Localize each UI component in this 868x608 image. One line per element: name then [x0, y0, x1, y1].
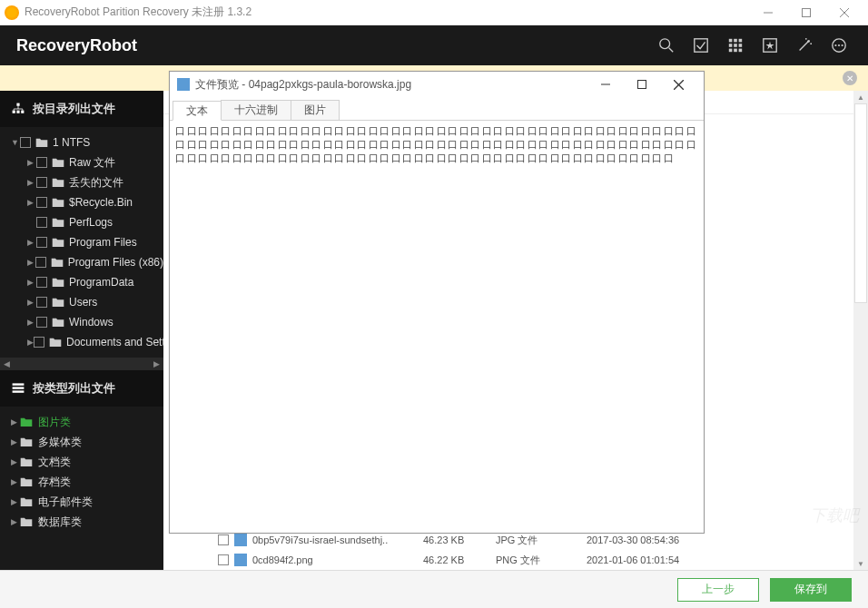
tree-checkbox[interactable]: [35, 257, 46, 268]
window-minimize-button[interactable]: [749, 0, 787, 25]
category-label: 数据库类: [38, 515, 82, 530]
file-row[interactable]: 0cd894f2.png46.22 KBPNG 文件2021-01-06 01:…: [163, 550, 868, 570]
folder-icon: [20, 496, 33, 507]
svg-rect-33: [13, 383, 25, 385]
bookmark-icon[interactable]: [757, 33, 783, 58]
category-item[interactable]: ▶图片类: [0, 412, 163, 432]
tree-item[interactable]: PerfLogs: [0, 212, 163, 232]
expand-arrow-icon[interactable]: ▶: [27, 318, 36, 327]
file-name: 0cd894f2.png: [252, 554, 423, 565]
expand-arrow-icon[interactable]: ▶: [11, 477, 20, 486]
tree-checkbox[interactable]: [20, 137, 31, 148]
category-label: 存档类: [38, 475, 71, 490]
search-icon[interactable]: [654, 33, 679, 58]
scroll-left-icon[interactable]: ◀: [4, 359, 10, 368]
expand-arrow-icon[interactable]: ▶: [27, 258, 35, 267]
tab-image[interactable]: 图片: [291, 100, 340, 120]
expand-arrow-icon[interactable]: ▶: [27, 338, 34, 347]
expand-arrow-icon[interactable]: ▶: [11, 437, 20, 446]
expand-arrow-icon[interactable]: ▶: [27, 198, 36, 207]
window-maximize-button[interactable]: [787, 0, 825, 25]
tree-item[interactable]: ▶ProgramData: [0, 272, 163, 292]
dialog-titlebar: 文件预览 - 04pag2pxkgs-paula-borowska.jpg: [170, 72, 704, 97]
tree-checkbox[interactable]: [34, 337, 44, 348]
expand-arrow-icon[interactable]: ▶: [27, 178, 36, 187]
file-size: 46.23 KB: [423, 534, 496, 545]
svg-rect-37: [638, 81, 646, 89]
tree-item[interactable]: ▶Program Files (x86): [0, 252, 163, 272]
category-item[interactable]: ▶文档类: [0, 452, 163, 472]
scroll-up-icon[interactable]: ▲: [853, 91, 868, 103]
save-to-button[interactable]: 保存到: [770, 578, 852, 602]
window-close-button[interactable]: [825, 0, 863, 25]
tree-item[interactable]: ▶Documents and Settings: [0, 332, 163, 352]
tree-checkbox[interactable]: [36, 177, 47, 188]
tree-item[interactable]: ▶Windows: [0, 312, 163, 332]
category-item[interactable]: ▶数据库类: [0, 512, 163, 532]
expand-arrow-icon[interactable]: ▶: [11, 517, 20, 526]
expand-arrow-icon[interactable]: ▶: [27, 158, 36, 167]
expand-arrow-icon[interactable]: ▶: [27, 278, 36, 287]
tree-item-label: Documents and Settings: [66, 336, 163, 348]
more-icon[interactable]: [826, 33, 852, 58]
svg-point-18: [807, 40, 810, 43]
file-checkbox[interactable]: [218, 534, 229, 545]
scrollbar-thumb[interactable]: [854, 103, 867, 303]
expand-arrow-icon[interactable]: ▶: [11, 497, 20, 506]
sidebar-horizontal-scrollbar[interactable]: ◀ ▶: [0, 358, 163, 370]
tree-item[interactable]: ▶Program Files: [0, 232, 163, 252]
folder-icon: [52, 277, 64, 288]
category-item[interactable]: ▶电子邮件类: [0, 492, 163, 512]
tree-checkbox[interactable]: [36, 157, 47, 168]
svg-rect-14: [734, 49, 737, 53]
tree-item[interactable]: ▶Users: [0, 292, 163, 312]
svg-rect-15: [739, 49, 743, 53]
expand-arrow-icon[interactable]: ▶: [11, 457, 20, 466]
tree-checkbox[interactable]: [36, 297, 47, 308]
scroll-right-icon[interactable]: ▶: [153, 359, 160, 368]
tab-text[interactable]: 文本: [173, 101, 222, 121]
dialog-maximize-button[interactable]: [624, 72, 660, 97]
category-item[interactable]: ▶多媒体类: [0, 432, 163, 452]
svg-point-23: [838, 44, 840, 46]
expand-arrow-icon[interactable]: ▼: [11, 138, 20, 147]
vertical-scrollbar[interactable]: ▲ ▼: [853, 91, 868, 570]
file-type-icon: [234, 534, 247, 546]
file-checkbox[interactable]: [218, 554, 229, 565]
category-label: 文档类: [38, 455, 71, 470]
tree-item[interactable]: ▶Raw 文件: [0, 152, 163, 172]
expand-arrow-icon[interactable]: ▶: [27, 298, 36, 307]
tree-item-label: ProgramData: [69, 276, 133, 289]
dialog-close-button[interactable]: [660, 72, 696, 97]
tree-checkbox[interactable]: [36, 217, 47, 228]
grid-icon[interactable]: [723, 33, 748, 58]
svg-rect-12: [739, 44, 743, 47]
file-list: 0bp5v79i7su-israel-sundsethj..46.23 KBJP…: [163, 530, 868, 570]
svg-rect-10: [729, 44, 733, 47]
tree-checkbox[interactable]: [36, 197, 47, 208]
svg-point-4: [660, 39, 670, 49]
tab-hex[interactable]: 十六进制: [221, 100, 291, 120]
scroll-down-icon[interactable]: ▼: [853, 557, 868, 570]
category-item[interactable]: ▶存档类: [0, 472, 163, 492]
tree-checkbox[interactable]: [36, 237, 47, 248]
ribbon-close-button[interactable]: ✕: [843, 71, 857, 85]
tree-item-label: 1 NTFS: [53, 136, 90, 149]
svg-rect-8: [734, 39, 737, 43]
tree-item[interactable]: ▼1 NTFS: [0, 132, 163, 152]
expand-arrow-icon[interactable]: ▶: [11, 417, 20, 427]
svg-rect-35: [13, 390, 25, 392]
svg-rect-25: [16, 103, 19, 106]
wand-icon[interactable]: [792, 33, 817, 58]
previous-button[interactable]: 上一步: [677, 578, 759, 602]
check-icon[interactable]: [688, 33, 714, 58]
folder-icon: [51, 257, 64, 268]
dialog-tabs: 文本 十六进制 图片: [170, 97, 704, 121]
expand-arrow-icon[interactable]: ▶: [27, 238, 36, 247]
tree-checkbox[interactable]: [36, 317, 47, 328]
tree-item[interactable]: ▶丢失的文件: [0, 172, 163, 192]
svg-rect-9: [739, 39, 743, 43]
tree-checkbox[interactable]: [36, 277, 47, 288]
tree-item[interactable]: ▶$Recycle.Bin: [0, 192, 163, 212]
dialog-minimize-button[interactable]: [587, 72, 624, 97]
